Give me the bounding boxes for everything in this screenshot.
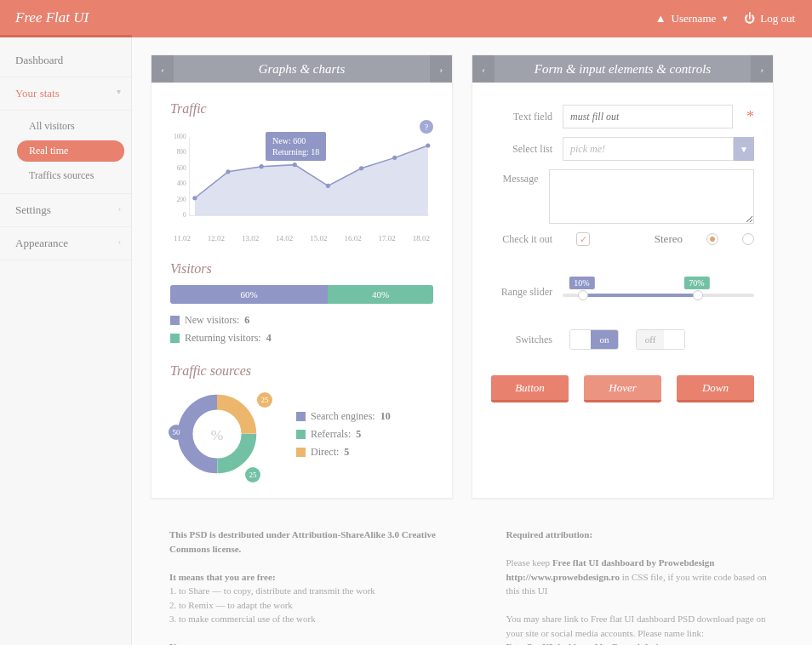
subnav-traffic-sources[interactable]: Traffics sources	[0, 163, 131, 188]
select-label: Select list	[491, 143, 552, 156]
button-hover[interactable]: Hover	[584, 375, 661, 402]
legend-direct: Direct: 5	[296, 446, 391, 459]
nav-dashboard[interactable]: Dashboard	[0, 44, 131, 77]
traffic-chart: 10008006004002000 New: 600Returning: 18	[170, 125, 433, 227]
brand: Free Flat UI	[0, 0, 132, 37]
svg-point-10	[226, 169, 230, 174]
select-list[interactable]: pick me! ▼	[563, 137, 754, 161]
footer: This PSD is destributed under Attributio…	[151, 517, 793, 645]
svg-point-12	[293, 163, 297, 167]
chevron-down-icon: ▼	[734, 137, 754, 161]
subnav-all-visitors[interactable]: All visitors	[0, 114, 131, 139]
nav-your-stats[interactable]: Your stats▾	[0, 77, 131, 111]
svg-point-14	[359, 166, 363, 170]
nav-appearance[interactable]: Appearance›	[0, 227, 131, 260]
chevron-down-icon: ▼	[721, 14, 729, 23]
range-label: Range slider	[491, 286, 552, 299]
range-slider[interactable]: 10% 70%	[563, 280, 754, 304]
visitors-title: Visitors	[170, 261, 433, 277]
panel-prev[interactable]: ‹	[472, 55, 495, 83]
chevron-right-icon: ›	[118, 203, 121, 213]
panel-title: Form & input elements & controls	[535, 62, 711, 77]
svg-text:800: 800	[177, 149, 186, 156]
svg-text:0: 0	[183, 212, 186, 219]
message-textarea[interactable]	[549, 169, 754, 224]
chart-tooltip: New: 600Returning: 18	[266, 132, 326, 161]
text-field-label: Text field	[491, 111, 552, 123]
power-icon: ⏻	[744, 12, 755, 26]
panel-title: Graphs & charts	[259, 62, 346, 77]
svg-point-11	[260, 164, 264, 168]
topbar: Free Flat UI ▲ Username ▼ ⏻ Log out	[0, 0, 812, 37]
sidebar: Dashboard Your stats▾ All visitors Real …	[0, 37, 132, 645]
message-label: Message	[491, 169, 539, 186]
button-down[interactable]: Down	[677, 375, 754, 402]
switch-on[interactable]: on	[569, 329, 619, 350]
switches-label: Switches	[491, 334, 552, 346]
svg-text:600: 600	[177, 165, 186, 172]
radio-off[interactable]	[742, 233, 754, 245]
checkbox-label: Check it out	[491, 233, 552, 246]
sources-title: Traffic sources	[170, 363, 433, 379]
svg-point-16	[426, 143, 430, 147]
chevron-right-icon: ›	[118, 237, 121, 246]
legend-search: Search engines: 10	[296, 410, 391, 423]
svg-text:1000: 1000	[174, 134, 186, 140]
required-icon: *	[746, 108, 754, 126]
svg-point-13	[326, 184, 330, 188]
donut-chart: % 50 25 25	[170, 387, 281, 481]
legend-new: New visitors: 6	[170, 314, 433, 327]
panel-forms: ‹ Form & input elements & controls › Tex…	[472, 54, 774, 499]
user-menu[interactable]: ▲ Username ▼	[655, 12, 729, 26]
svg-point-9	[192, 196, 197, 200]
user-icon: ▲	[655, 12, 666, 26]
radio-label: Stereo	[655, 232, 683, 246]
subnav-real-time[interactable]: Real time	[17, 140, 124, 162]
legend-returning: Returning visitors: 4	[170, 332, 433, 345]
chevron-down-icon: ▾	[117, 87, 121, 96]
traffic-title: Traffic	[170, 101, 433, 117]
checkbox[interactable]: ✓	[576, 232, 590, 246]
panel-prev[interactable]: ‹	[152, 55, 174, 83]
button-default[interactable]: Button	[491, 375, 569, 402]
svg-text:400: 400	[177, 180, 186, 187]
panel-graphs: ‹ Graphs & charts › ? Traffic 1000800600…	[151, 54, 453, 499]
x-axis-labels: 11.0212.0213.0214.0215.0216.0217.0218.02	[170, 234, 433, 243]
switch-off[interactable]: off	[636, 329, 685, 350]
nav-settings[interactable]: Settings›	[0, 194, 131, 227]
logout-button[interactable]: ⏻ Log out	[744, 12, 795, 26]
panel-next[interactable]: ›	[751, 55, 773, 83]
svg-text:%: %	[211, 426, 224, 443]
text-field-input[interactable]	[563, 105, 733, 128]
svg-text:200: 200	[177, 197, 186, 203]
radio-on[interactable]	[706, 233, 718, 245]
legend-referrals: Referrals: 5	[296, 428, 391, 441]
panel-next[interactable]: ›	[430, 55, 452, 83]
visitors-bar: 60% 40%	[170, 285, 433, 304]
svg-point-15	[392, 156, 397, 160]
username: Username	[672, 12, 717, 26]
